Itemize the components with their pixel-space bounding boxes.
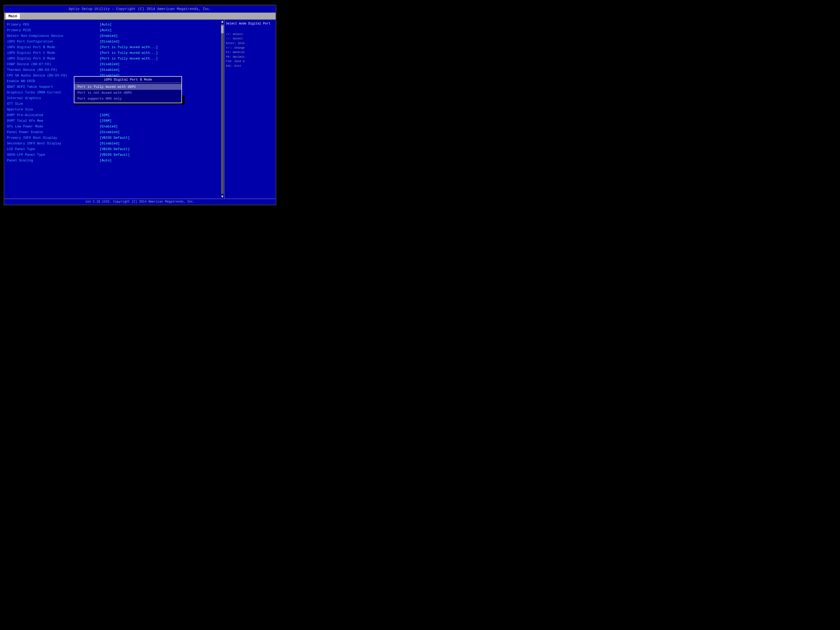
dropdown-option-2[interactable]: Port supports HPD only [74, 96, 182, 102]
key-hint-1: ↑↓: Select [226, 36, 274, 41]
list-item[interactable]: Primary IGFX Boot Display [VBIOS Default… [7, 135, 218, 141]
list-item[interactable]: LCD Panel Type [VBIOS Default] [7, 146, 218, 152]
main-panel: Primary PEG [Auto] Primary PCIE [Auto] D… [5, 20, 221, 199]
tab-main[interactable]: Main [6, 13, 20, 19]
list-item[interactable]: Thermal Device (B0:D4:F0) [Disabled] [7, 67, 218, 73]
list-item[interactable]: Secondary IGFX Boot Display [Disabled] [7, 141, 218, 146]
scrollbar-up-arrow[interactable]: ▲ [221, 20, 223, 24]
list-item[interactable]: Panel Power Enable [Disabled] [7, 129, 218, 135]
key-hint-6: F10: Save & [226, 59, 274, 64]
key-hint-2: Enter: Sele [226, 41, 274, 46]
list-item[interactable]: Primary PCIE [Auto] [7, 27, 218, 33]
list-item[interactable]: Primary PEG [Auto] [7, 22, 218, 27]
bottom-text: ion 2.16.1243. Copyright (C) 2014 Americ… [85, 200, 195, 204]
bios-screen: Aptio Setup Utility – Copyright (C) 2014… [3, 5, 276, 205]
dropdown-popup: iGPU Digital Port B Mode Port is fully m… [74, 76, 182, 103]
right-panel: Select mode Digital Port ++: Select ↑↓: … [224, 20, 276, 199]
list-item[interactable]: iGPU Digital Port C Mode [Port is fully … [7, 50, 218, 55]
scrollbar-down-arrow[interactable]: ▼ [221, 194, 223, 199]
key-hint-3: +/-: Change [226, 46, 274, 51]
key-hint-0: ++: Select [226, 32, 274, 37]
title-bar: Aptio Setup Utility – Copyright (C) 2014… [5, 5, 276, 13]
scrollbar: ▲ ▼ [221, 20, 224, 199]
list-item[interactable]: Gfx Low Power Mode [Enabled] [7, 123, 218, 129]
list-item[interactable]: DVMT Total Gfx Mem [256M] [7, 118, 218, 123]
scrollbar-thumb[interactable] [221, 25, 224, 33]
dropdown-option-0[interactable]: Port is fully muxed with dGPU [74, 84, 182, 90]
key-hint-4: F1: General [226, 50, 274, 55]
menu-bar: Main [5, 13, 276, 20]
key-hints: ++: Select ↑↓: Select Enter: Sele +/-: C… [226, 32, 274, 68]
dropdown-title: iGPU Digital Port B Mode [74, 77, 182, 83]
list-item[interactable]: CHAP Device (B0:D7:F0) [Disabled] [7, 61, 218, 67]
list-item[interactable]: iGPU Port Configuration [Disabled] [7, 39, 218, 44]
list-item[interactable]: iGPU Digital Port D Mode [Port is fully … [7, 55, 218, 61]
help-text: Select mode Digital Port [226, 22, 274, 26]
dropdown-items: Port is fully muxed with dGPU Port is no… [74, 83, 182, 103]
dropdown-option-1[interactable]: Port is not muxed with dGPU [74, 90, 182, 96]
list-item[interactable]: iGPU Digital Port B Mode [Port is fully … [7, 44, 218, 50]
list-item[interactable]: SDVO-LFP Panel Type [VBIOS Default] [7, 152, 218, 158]
key-hint-7: ESC: Exit [226, 64, 274, 68]
content-area: Primary PEG [Auto] Primary PCIE [Auto] D… [5, 20, 276, 199]
list-item[interactable]: Panel Scaling [Auto] [7, 158, 218, 163]
list-item[interactable]: Detect Non-Compliance Device [Enabled] [7, 33, 218, 39]
list-item[interactable]: DVMT Pre-Allocated [32M] [7, 112, 218, 118]
key-hint-5: F9: Optimiz [226, 55, 274, 60]
list-item[interactable]: Aperture Size [7, 107, 218, 112]
title-text: Aptio Setup Utility – Copyright (C) 2014… [69, 7, 212, 11]
scrollbar-track [221, 24, 224, 194]
bottom-bar: ion 2.16.1243. Copyright (C) 2014 Americ… [5, 199, 276, 205]
